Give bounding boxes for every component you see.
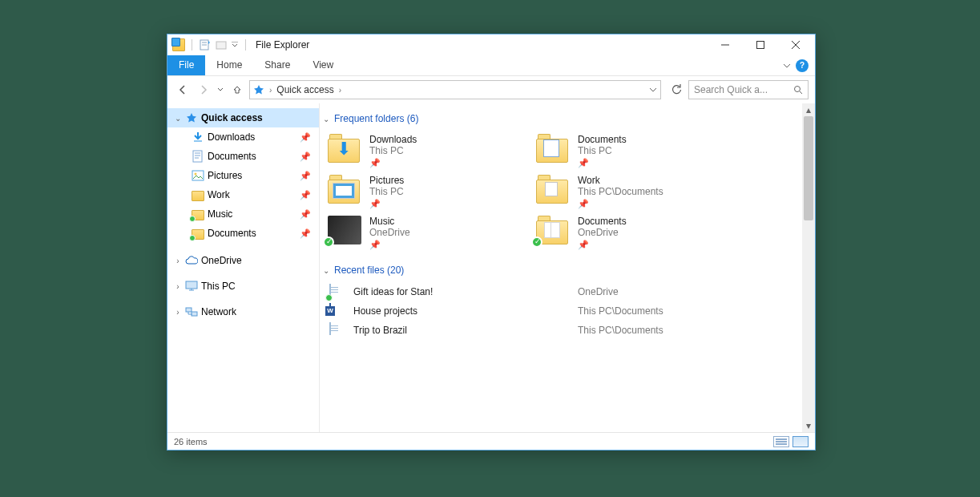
- scroll-thumb[interactable]: [804, 116, 813, 220]
- items-view[interactable]: ⌄ Frequent folders (6) ⬇ Downloads This …: [320, 103, 802, 432]
- quick-access-star-icon: [253, 84, 264, 95]
- chevron-right-icon: ›: [269, 86, 272, 95]
- tab-share[interactable]: Share: [253, 55, 301, 75]
- file-row[interactable]: House projects This PC\Documents: [323, 301, 799, 321]
- tree-quick-access[interactable]: ⌄ Quick access: [167, 108, 319, 127]
- titlebar: File Explorer: [167, 34, 815, 55]
- breadcrumb-quick-access[interactable]: Quick access: [276, 84, 333, 95]
- chevron-right-icon[interactable]: ›: [339, 86, 341, 95]
- pin-icon: 📌: [300, 190, 311, 200]
- tab-file[interactable]: File: [167, 55, 205, 75]
- recent-locations-button[interactable]: [216, 81, 225, 99]
- body: ⌄ Quick access Downloads 📌 Documents 📌: [167, 103, 815, 432]
- file-name: Trip to Brazil: [353, 325, 578, 336]
- app-icon: [172, 38, 185, 51]
- details-view-button[interactable]: [773, 436, 789, 447]
- cloud-icon: [185, 254, 198, 267]
- maximize-button[interactable]: [743, 34, 778, 55]
- folder-location: OneDrive: [369, 227, 410, 238]
- svg-rect-9: [192, 312, 197, 316]
- tree-item-work[interactable]: Work 📌: [167, 185, 319, 204]
- pin-icon: 📌: [300, 152, 311, 162]
- back-button[interactable]: [174, 81, 192, 99]
- svg-rect-4: [193, 151, 202, 162]
- folder-icon: [192, 208, 204, 220]
- document-icon: [329, 285, 342, 299]
- group-title: Recent files (20): [334, 265, 404, 276]
- tree-item-documents[interactable]: Documents 📌: [167, 147, 319, 166]
- qat-newfolder-icon[interactable]: [215, 38, 228, 51]
- tab-home[interactable]: Home: [205, 55, 253, 75]
- qat-properties-icon[interactable]: [199, 38, 212, 51]
- window-title: File Explorer: [256, 39, 309, 51]
- file-overlay-icon: [545, 182, 558, 196]
- svg-rect-8: [186, 308, 192, 312]
- up-button[interactable]: [228, 81, 246, 99]
- tiles-view-button[interactable]: [792, 436, 809, 447]
- tree-item-pictures[interactable]: Pictures 📌: [167, 166, 319, 185]
- tree-item-downloads[interactable]: Downloads 📌: [167, 127, 319, 147]
- tree-onedrive[interactable]: › OneDrive: [167, 251, 319, 270]
- tree-label: This PC: [201, 281, 236, 292]
- scroll-up-icon[interactable]: ▴: [802, 103, 815, 116]
- tree-label: Documents: [208, 151, 256, 162]
- star-icon: [185, 111, 198, 124]
- folder-tile[interactable]: Music OneDrive 📌: [323, 212, 531, 253]
- pin-icon: 📌: [369, 240, 410, 250]
- address-bar[interactable]: › Quick access ›: [249, 80, 661, 99]
- qat-dropdown-icon[interactable]: [231, 38, 239, 51]
- vertical-scrollbar[interactable]: ▴ ▾: [802, 103, 815, 432]
- svg-point-6: [195, 173, 197, 176]
- folder-tile[interactable]: Documents This PC 📌: [531, 131, 740, 172]
- folder-tile[interactable]: ⬇ Downloads This PC 📌: [323, 131, 531, 172]
- chevron-right-icon[interactable]: ›: [174, 282, 182, 291]
- pin-icon: 📌: [300, 228, 311, 239]
- folder-tile[interactable]: Documents OneDrive 📌: [531, 212, 740, 253]
- pin-icon: 📌: [300, 209, 311, 220]
- item-count-label: 26 items: [174, 437, 208, 446]
- folder-location: This PC\Documents: [578, 186, 663, 197]
- refresh-button[interactable]: [667, 81, 685, 99]
- close-button[interactable]: [778, 34, 813, 55]
- tree-label: Downloads: [208, 131, 255, 143]
- svg-rect-5: [192, 171, 204, 180]
- chevron-down-icon: ⌄: [323, 115, 329, 123]
- tree-label: Pictures: [208, 170, 242, 181]
- help-icon[interactable]: ?: [796, 59, 809, 72]
- tree-this-pc[interactable]: › This PC: [167, 277, 319, 296]
- search-box[interactable]: Search Quick a...: [688, 80, 809, 99]
- minimize-button[interactable]: [708, 34, 743, 55]
- chevron-down-icon[interactable]: ⌄: [174, 114, 182, 123]
- sync-check-icon: [323, 236, 334, 248]
- group-header-frequent[interactable]: ⌄ Frequent folders (6): [323, 113, 799, 124]
- tree-item-documents-2[interactable]: Documents 📌: [167, 224, 319, 243]
- file-overlay-icon: [550, 222, 560, 238]
- folder-name: Downloads: [369, 134, 417, 145]
- content-area: ⌄ Frequent folders (6) ⬇ Downloads This …: [320, 103, 815, 432]
- folder-icon: [192, 188, 204, 201]
- recent-files-list: Gift ideas for Stan! OneDrive House proj…: [323, 282, 799, 340]
- pictures-icon: [192, 169, 204, 182]
- chevron-right-icon[interactable]: ›: [174, 257, 182, 265]
- file-row[interactable]: Trip to Brazil This PC\Documents: [323, 321, 799, 340]
- quick-access-toolbar: [172, 38, 249, 51]
- tree-label: Network: [201, 306, 236, 317]
- tree-network[interactable]: › Network: [167, 302, 319, 321]
- scroll-down-icon[interactable]: ▾: [802, 419, 815, 432]
- tab-view[interactable]: View: [301, 55, 345, 75]
- tree-item-music[interactable]: Music 📌: [167, 204, 319, 224]
- folder-tile[interactable]: Work This PC\Documents 📌: [531, 172, 740, 212]
- address-dropdown-icon[interactable]: [649, 86, 657, 94]
- forward-button[interactable]: [195, 81, 212, 99]
- folder-location: OneDrive: [578, 227, 627, 238]
- frequent-folders-grid: ⬇ Downloads This PC 📌: [323, 131, 799, 253]
- chevron-right-icon[interactable]: ›: [174, 308, 182, 317]
- folder-tile[interactable]: Pictures This PC 📌: [323, 172, 531, 212]
- folder-name: Documents: [578, 216, 627, 227]
- svg-rect-7: [186, 281, 197, 289]
- folder-location: This PC: [369, 145, 417, 156]
- ribbon-expand-icon[interactable]: [783, 62, 791, 70]
- folder-name: Music: [369, 216, 410, 227]
- group-header-recent[interactable]: ⌄ Recent files (20): [323, 265, 799, 276]
- file-row[interactable]: Gift ideas for Stan! OneDrive: [323, 282, 799, 301]
